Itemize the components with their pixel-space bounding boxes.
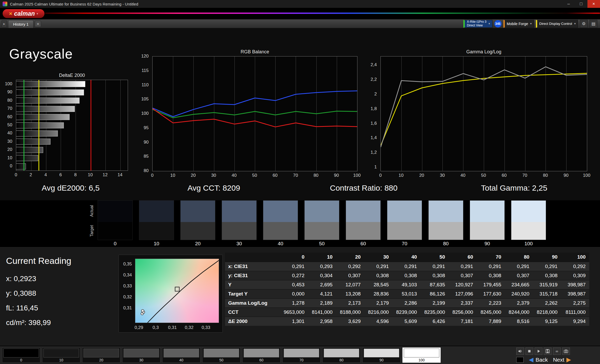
camera-button[interactable] <box>562 348 570 355</box>
table-cell: 2,199 <box>420 298 448 308</box>
maximize-button[interactable]: □ <box>575 0 587 8</box>
swatch-level-label: 30 <box>222 240 257 247</box>
pattern-patch-button[interactable]: 20 <box>82 348 120 363</box>
next-button[interactable]: Next ▶ <box>553 356 571 363</box>
y-axis-label: 120 <box>141 53 149 59</box>
daylight-locus-line <box>148 260 219 323</box>
swatch-blocks <box>470 200 505 240</box>
close-button[interactable]: × <box>587 0 600 8</box>
table-cell: 0,291 <box>420 262 448 271</box>
reading-value: cd/m²: 398,99 <box>6 315 51 330</box>
gridline <box>105 80 106 170</box>
patch-swatch <box>244 349 279 357</box>
source-select[interactable]: Mobile Forge ▾ <box>503 20 534 28</box>
x-axis-label: 90 <box>334 173 339 178</box>
actual-color <box>139 201 174 222</box>
meter-select[interactable]: X-Rite i1Pro 3 Direct View ▾ <box>463 20 492 28</box>
x-axis-label: 20 <box>191 173 196 178</box>
y-axis-label: 2,4 <box>371 62 377 68</box>
actual-color <box>222 201 256 222</box>
tab-label: History 1 <box>13 22 29 26</box>
pattern-window-button[interactable] <box>516 357 524 363</box>
y-axis-label: 100 <box>141 111 149 116</box>
table-cell: 7,889 <box>477 317 505 326</box>
loop-button[interactable]: ∞ <box>553 348 561 355</box>
calman-logo-menu[interactable]: × calman ▾ <box>3 9 44 18</box>
actual-color <box>98 201 132 222</box>
swatch-blocks <box>98 200 133 240</box>
gridline <box>120 80 121 170</box>
back-button[interactable]: ◀ Back <box>529 356 548 363</box>
x-axis-label: 12 <box>103 172 108 178</box>
pattern-patch-button[interactable]: 50 <box>202 348 240 363</box>
actual-color <box>387 201 422 222</box>
tab-history-1[interactable]: History 1 <box>8 20 33 28</box>
navigation-row: ◀ Back Next ▶ <box>516 356 598 363</box>
back-label: Back <box>536 357 548 363</box>
pattern-patch-button[interactable]: 30 <box>122 348 160 363</box>
actual-color <box>511 201 546 222</box>
pattern-patch-button[interactable]: 10 <box>42 348 80 363</box>
page-title: Grayscale <box>9 46 73 62</box>
y-axis-label: 100 <box>5 81 12 87</box>
x-axis-label: 20 <box>419 173 424 178</box>
x-axis-label: 0 <box>15 172 17 178</box>
table-cell: 8141,000 <box>308 308 336 317</box>
window-title: Calman 2025 Calman Ultimate for Business… <box>10 2 138 6</box>
chevron-down-icon: ▾ <box>489 22 490 25</box>
panel-toggle-button[interactable]: ▤ <box>590 20 597 28</box>
column-header: 10 <box>308 253 336 262</box>
measured-point <box>141 310 144 312</box>
table-cell: 0,291 <box>280 262 308 271</box>
pattern-patch-button[interactable]: 70 <box>282 348 321 363</box>
table-cell: 12,077 <box>336 280 364 289</box>
cie-chart-panel: 0,350,340,330,320,31 0,290,30,310,320,33 <box>119 255 223 333</box>
patch-label: 40 <box>179 358 183 362</box>
pattern-patch-button[interactable]: 80 <box>322 348 361 363</box>
settings-gear-button[interactable]: ⚙ <box>580 20 588 28</box>
avg-de2000-stat: Avg dE2000: 6,5 <box>10 184 131 192</box>
x-axis-label: 6 <box>59 172 62 178</box>
pattern-patch-button[interactable]: 0 <box>2 348 40 363</box>
cie-y-label: 0,34 <box>123 272 132 278</box>
table-cell: 0,293 <box>308 262 336 271</box>
pattern-patch-button[interactable]: 60 <box>242 348 281 363</box>
x-axis-label: 2 <box>30 172 32 178</box>
grayscale-swatch: 100 <box>511 200 546 247</box>
target-color <box>470 222 504 240</box>
display-control-label: Direct Display Control <box>539 22 572 26</box>
patch-swatch <box>124 349 159 357</box>
target-color <box>511 222 546 240</box>
cie-y-label: 0,35 <box>123 261 132 267</box>
stop-button[interactable] <box>525 348 533 355</box>
table-cell: 2,223 <box>477 298 505 308</box>
pattern-patch-button[interactable]: 100 <box>402 348 441 363</box>
pattern-patch-button[interactable]: 40 <box>162 348 200 363</box>
table-cell: 53,013 <box>392 289 420 298</box>
tab-scroll-button[interactable]: ▸ <box>2 20 7 27</box>
rgb-plot-area <box>152 56 357 171</box>
pattern-patch-button[interactable]: 90 <box>362 348 401 363</box>
table-cell: 315,919 <box>533 280 561 289</box>
minimize-button[interactable]: – <box>562 0 575 8</box>
display-control-select[interactable]: Direct Display Control ▾ <box>536 20 578 28</box>
results-table: 0102030405060708090100x: CIE310,2910,293… <box>225 253 589 326</box>
row-label: ΔE 2000 <box>225 317 280 326</box>
table-row: Target Y0,0004,12113,20828,83653,01386,1… <box>225 289 589 298</box>
patch-label: 0 <box>20 358 22 362</box>
table-row: Gamma Log/Log1,2782,1892,1732,1792,2862,… <box>225 298 589 308</box>
play-button[interactable] <box>535 348 542 355</box>
speaker-button[interactable] <box>516 348 524 355</box>
x-axis-label: 100 <box>583 173 590 178</box>
save-button[interactable] <box>544 348 552 355</box>
column-header <box>225 253 280 262</box>
swatch-blocks <box>222 200 257 240</box>
table-cell: 8188,000 <box>336 308 364 317</box>
table-cell: 2,286 <box>392 298 420 308</box>
add-tab-button[interactable]: + <box>35 21 41 27</box>
table-cell: 2,337 <box>449 298 477 308</box>
column-header: 40 <box>392 253 420 262</box>
swatch-blocks <box>346 200 381 240</box>
x-axis-label: 8 <box>74 172 76 178</box>
swatch-level-label: 0 <box>98 240 133 247</box>
